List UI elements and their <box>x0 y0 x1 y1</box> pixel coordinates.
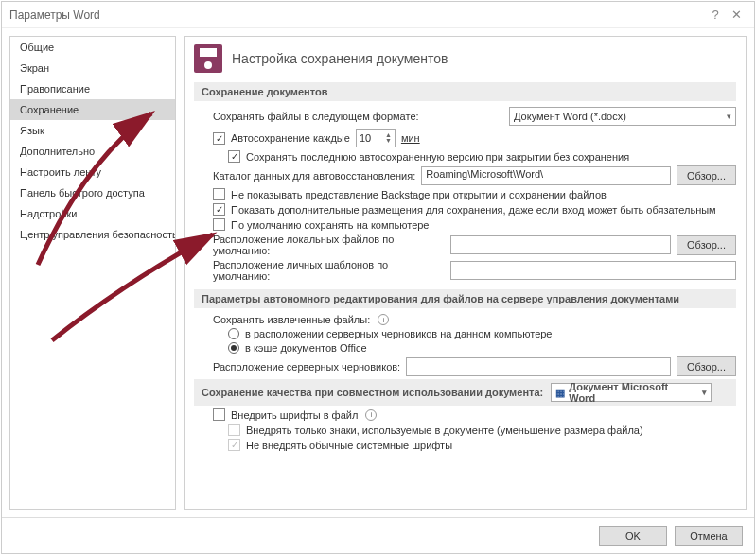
templates-input[interactable] <box>450 261 736 280</box>
sidebar-item-ribbon[interactable]: Настроить ленту <box>10 162 175 182</box>
keep-last-autosave-label: Сохранять последнюю автосохраненную верс… <box>246 151 629 163</box>
embed-fonts-label: Внедрить шрифты в файл <box>231 409 358 421</box>
embed-used-only-label: Внедрять только знаки, используемые в до… <box>246 425 643 436</box>
save-to-computer-label: По умолчанию сохранять на компьютере <box>231 219 429 231</box>
window-title: Параметры Word <box>9 9 705 22</box>
help-button[interactable]: ? <box>705 8 726 22</box>
save-disk-icon <box>194 44 222 73</box>
section-offline-editing: Параметры автономного редактирования для… <box>194 289 736 308</box>
sidebar-item-language[interactable]: Язык <box>10 120 175 141</box>
no-backstage-label: Не показывать представление Backstage пр… <box>231 189 607 200</box>
sidebar-item-save[interactable]: Сохранение <box>10 99 175 120</box>
radio-server-drafts-label: в расположении серверных черновиков на д… <box>245 328 552 339</box>
document-selector[interactable]: ▦Документ Microsoft Word ▾ <box>551 383 712 402</box>
autorecover-path-input[interactable]: Roaming\Microsoft\Word\ <box>421 166 671 185</box>
embed-used-only-checkbox <box>228 424 240 436</box>
radio-server-drafts[interactable] <box>228 328 239 339</box>
show-additional-label: Показать дополнительные размещения для с… <box>231 204 716 216</box>
page-title: Настройка сохранения документов <box>232 51 448 66</box>
section-sharing-quality: Сохранение качества при совместном испол… <box>194 379 736 406</box>
chevron-down-icon: ▾ <box>727 112 731 121</box>
info-icon[interactable] <box>365 409 377 421</box>
sidebar-item-addins[interactable]: Надстройки <box>10 203 175 224</box>
sidebar-item-trust[interactable]: Центр управления безопасностью <box>10 224 175 245</box>
no-system-fonts-label: Не внедрять обычные системные шрифты <box>246 440 452 451</box>
save-to-computer-checkbox[interactable] <box>213 218 225 231</box>
radio-office-cache[interactable] <box>228 342 239 354</box>
ok-button[interactable]: OK <box>599 526 667 546</box>
sidebar-item-display[interactable]: Экран <box>10 58 175 78</box>
no-system-fonts-checkbox <box>228 439 240 451</box>
browse-autorecover-button[interactable]: Обзор... <box>677 165 736 185</box>
browse-local-files-button[interactable]: Обзор... <box>677 235 736 255</box>
local-files-label: Расположение локальных файлов по умолчан… <box>213 234 445 256</box>
autosave-checkbox[interactable] <box>213 132 225 145</box>
options-dialog: Параметры Word ? ✕ Общие Экран Правописа… <box>1 1 755 554</box>
keep-last-autosave-checkbox[interactable] <box>228 150 240 163</box>
cancel-button[interactable]: Отмена <box>675 526 743 546</box>
show-additional-checkbox[interactable] <box>213 203 225 216</box>
titlebar: Параметры Word ? ✕ <box>2 2 754 28</box>
sidebar-item-qat[interactable]: Панель быстрого доступа <box>10 182 175 203</box>
drafts-path-input[interactable] <box>406 357 671 376</box>
word-doc-icon: ▦ <box>555 387 565 399</box>
section-save-documents: Сохранение документов <box>194 82 736 101</box>
autosave-interval-input[interactable]: 10 ▲▼ <box>356 129 396 147</box>
sidebar-item-proofing[interactable]: Правописание <box>10 78 175 99</box>
autosave-unit: мин <box>401 132 420 144</box>
sidebar-item-advanced[interactable]: Дополнительно <box>10 141 175 162</box>
browse-drafts-button[interactable]: Обзор... <box>677 356 736 376</box>
extracted-files-label: Сохранять извлеченные файлы: <box>213 314 370 325</box>
autorecover-path-label: Каталог данных для автовосстановления: <box>213 170 415 182</box>
content-panel: Настройка сохранения документов Сохранен… <box>184 36 747 510</box>
no-backstage-checkbox[interactable] <box>213 188 225 200</box>
save-format-select[interactable]: Документ Word (*.docx) ▾ <box>509 107 736 126</box>
templates-label: Расположение личных шаблонов по умолчани… <box>213 259 445 282</box>
radio-office-cache-label: в кэше документов Office <box>245 342 367 354</box>
dialog-footer: OK Отмена <box>2 517 754 553</box>
chevron-down-icon: ▾ <box>702 388 707 397</box>
autosave-label: Автосохранение каждые <box>231 132 350 144</box>
local-files-input[interactable] <box>450 235 671 254</box>
drafts-path-label: Расположение серверных черновиков: <box>213 361 400 373</box>
sidebar-item-general[interactable]: Общие <box>10 37 175 58</box>
save-format-label: Сохранять файлы в следующем формате: <box>213 111 419 122</box>
close-button[interactable]: ✕ <box>726 8 747 22</box>
spin-down-icon[interactable]: ▼ <box>385 138 392 144</box>
embed-fonts-checkbox[interactable] <box>213 408 225 421</box>
info-icon[interactable] <box>378 314 389 325</box>
category-sidebar: Общие Экран Правописание Сохранение Язык… <box>9 36 176 510</box>
